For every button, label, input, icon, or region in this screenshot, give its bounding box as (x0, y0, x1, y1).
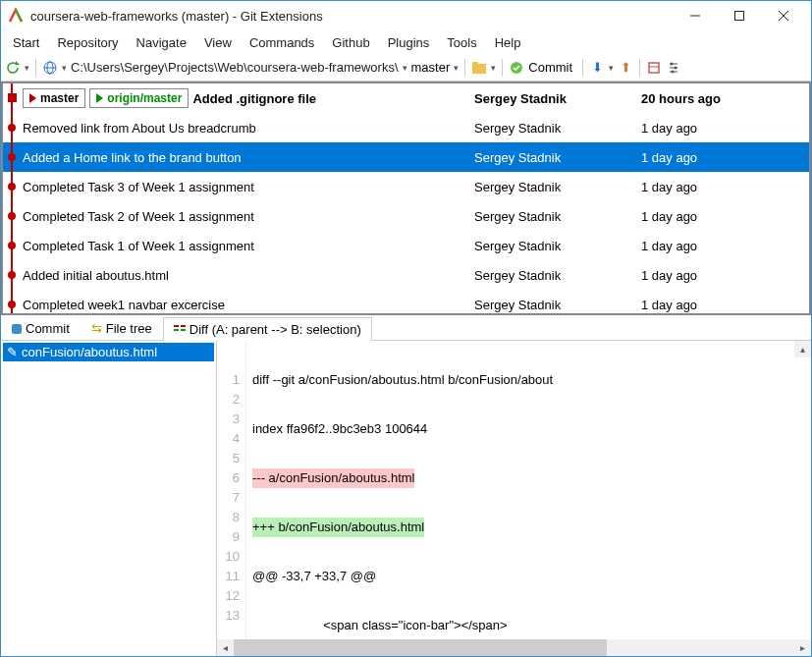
menu-github[interactable]: Github (332, 35, 369, 50)
minimize-button[interactable] (673, 1, 717, 30)
titlebar: coursera-web-frameworks (master) - Git E… (1, 1, 811, 30)
commit-history[interactable]: master origin/master Added .gitignore fi… (1, 82, 811, 315)
commit-graph (3, 83, 23, 313)
horizontal-scrollbar[interactable]: ◂ ▸ (217, 639, 811, 656)
menu-commands[interactable]: Commands (249, 35, 314, 50)
commit-message: Added a Home link to the brand button (23, 150, 242, 165)
commit-row[interactable]: Added a Home link to the brand button Se… (3, 142, 809, 172)
folder-dropdown[interactable]: ▾ (491, 63, 496, 73)
menu-help[interactable]: Help (495, 35, 521, 50)
menu-navigate[interactable]: Navigate (136, 35, 187, 50)
svg-point-20 (8, 124, 16, 132)
tab-commit[interactable]: Commit (1, 316, 81, 340)
close-button[interactable] (761, 1, 805, 30)
refresh-dropdown[interactable]: ▾ (25, 63, 29, 73)
commit-date: 20 hours ago (641, 91, 809, 106)
path-dropdown[interactable]: ▾ (403, 63, 407, 73)
svg-rect-10 (649, 63, 659, 73)
svg-rect-29 (181, 325, 186, 327)
menu-repository[interactable]: Repository (57, 35, 118, 50)
scrollbar-thumb[interactable] (234, 639, 607, 656)
svg-rect-30 (181, 329, 186, 331)
commit-author: Sergey Stadnik (474, 239, 641, 253)
svg-point-23 (8, 212, 16, 220)
commit-row[interactable]: Removed link from About Us breadcrumb Se… (3, 113, 809, 142)
globe-icon[interactable] (42, 60, 58, 76)
file-name: conFusion/aboutus.html (22, 345, 157, 359)
settings-icon[interactable] (666, 60, 681, 76)
commit-date: 1 day ago (641, 121, 809, 136)
commit-row[interactable]: Completed week1 navbar excercise Sergey … (3, 290, 809, 315)
commit-date: 1 day ago (641, 298, 809, 312)
diff-icon (174, 322, 186, 337)
svg-rect-1 (734, 12, 743, 21)
file-item[interactable]: ✎ conFusion/aboutus.html (3, 343, 214, 361)
commit-author: Sergey Stadnik (474, 180, 641, 194)
repo-path[interactable]: C:\Users\Sergey\Projects\Web\coursera-we… (71, 60, 399, 75)
branch-label[interactable]: master (411, 60, 451, 75)
commit-message: Completed Task 1 of Week 1 assignment (23, 239, 254, 253)
menu-start[interactable]: Start (13, 35, 39, 50)
edit-icon: ✎ (7, 345, 18, 359)
scroll-left-button[interactable]: ◂ (217, 642, 234, 653)
svg-rect-19 (8, 93, 17, 102)
file-list[interactable]: ✎ conFusion/aboutus.html (1, 341, 217, 656)
tab-filetree[interactable]: ⇆File tree (81, 316, 163, 340)
commit-date: 1 day ago (641, 150, 809, 165)
menu-view[interactable]: View (204, 35, 232, 50)
svg-rect-7 (472, 64, 486, 74)
diff-code[interactable]: diff --git a/conFusion/aboutus.html b/co… (246, 341, 811, 639)
maximize-button[interactable] (717, 1, 761, 30)
svg-point-25 (8, 271, 16, 279)
commit-row[interactable]: Completed Task 3 of Week 1 assignment Se… (3, 172, 809, 201)
pull-icon[interactable]: ⬇ (589, 60, 605, 76)
svg-rect-28 (174, 329, 179, 331)
svg-point-26 (8, 301, 16, 308)
toolbar: ▾ ▾ C:\Users\Sergey\Projects\Web\courser… (1, 54, 811, 82)
window-title: coursera-web-frameworks (master) - Git E… (30, 9, 673, 24)
commit-date: 1 day ago (641, 209, 809, 224)
commit-row[interactable]: Completed Task 2 of Week 1 assignment Se… (3, 201, 809, 231)
commit-date: 1 day ago (641, 180, 809, 194)
commit-author: Sergey Stadnik (474, 298, 641, 312)
commit-button[interactable]: Commit (528, 60, 572, 75)
svg-point-15 (671, 62, 674, 65)
commit-row[interactable]: master origin/master Added .gitignore fi… (3, 83, 809, 113)
commit-date: 1 day ago (641, 239, 809, 253)
commit-row[interactable]: Added initial aboutus.html Sergey Stadni… (3, 260, 809, 290)
branch-dropdown[interactable]: ▾ (454, 63, 459, 73)
tab-diff[interactable]: Diff (A: parent --> B: selection) (163, 317, 372, 341)
diff-view[interactable]: ▴ 12345678910111213 diff --git a/conFusi… (217, 341, 811, 639)
menu-plugins[interactable]: Plugins (388, 35, 430, 50)
stash-icon[interactable] (646, 60, 662, 76)
svg-point-24 (8, 242, 16, 249)
commit-message: Completed Task 3 of Week 1 assignment (23, 180, 254, 194)
commit-message: Completed week1 navbar excercise (23, 298, 225, 312)
menu-tools[interactable]: Tools (447, 35, 476, 50)
pull-dropdown[interactable]: ▾ (609, 63, 614, 73)
refresh-icon[interactable] (5, 60, 21, 76)
tree-icon: ⇆ (91, 321, 102, 336)
commit-author: Sergey Stadnik (474, 268, 641, 283)
commit-message: Added initial aboutus.html (23, 268, 169, 283)
info-icon (12, 324, 22, 334)
globe-dropdown[interactable]: ▾ (62, 63, 67, 73)
commit-date: 1 day ago (641, 268, 809, 283)
svg-point-17 (672, 70, 675, 73)
app-icon (7, 7, 25, 25)
commit-message: Added .gitignore file (192, 91, 316, 106)
commit-author: Sergey Stadnik (474, 91, 641, 106)
scroll-right-button[interactable]: ▸ (794, 642, 811, 653)
commit-message: Completed Task 2 of Week 1 assignment (23, 209, 254, 224)
ref-local[interactable]: master (23, 88, 85, 108)
menubar: Start Repository Navigate View Commands … (1, 30, 811, 54)
folder-icon[interactable] (471, 60, 487, 76)
commit-row[interactable]: Completed Task 1 of Week 1 assignment Se… (3, 231, 809, 260)
commit-author: Sergey Stadnik (474, 150, 641, 165)
commit-author: Sergey Stadnik (474, 121, 641, 136)
detail-tabs: Commit ⇆File tree Diff (A: parent --> B:… (1, 315, 811, 341)
push-icon[interactable]: ⬆ (618, 60, 633, 76)
svg-rect-27 (174, 325, 179, 327)
ref-remote[interactable]: origin/master (89, 88, 189, 108)
line-gutter: 12345678910111213 (217, 341, 246, 639)
